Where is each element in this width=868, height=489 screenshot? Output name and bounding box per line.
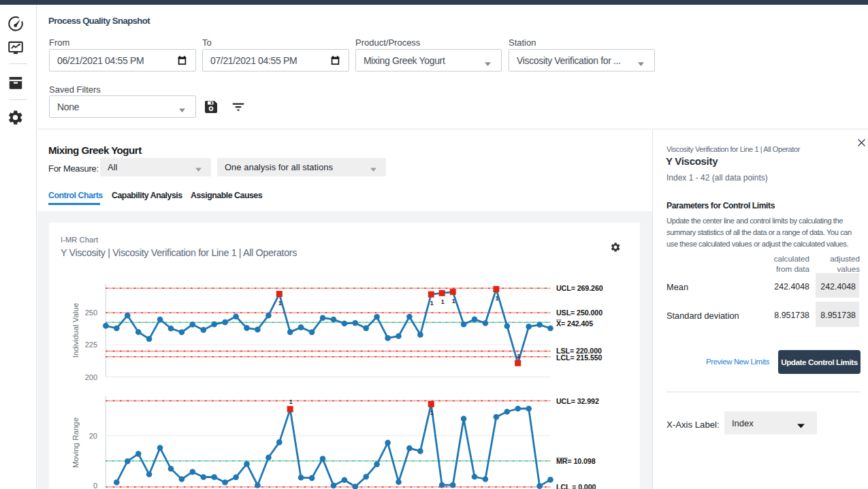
- svg-text:1: 1: [430, 409, 434, 416]
- svg-text:1: 1: [517, 353, 520, 360]
- svg-text:0: 0: [93, 482, 97, 489]
- svg-text:Moving Range: Moving Range: [71, 417, 80, 468]
- svg-text:1: 1: [452, 298, 455, 304]
- svg-text:LCL= 215.550: LCL= 215.550: [556, 353, 602, 362]
- svg-text:UCL= 32.992: UCL= 32.992: [556, 397, 599, 405]
- svg-text:Individual Value: Individual Value: [71, 303, 80, 358]
- svg-text:1: 1: [441, 298, 445, 305]
- svg-text:X= 242.405: X= 242.405: [556, 319, 593, 328]
- svg-text:1: 1: [289, 398, 293, 405]
- svg-text:1: 1: [430, 300, 434, 306]
- svg-text:1: 1: [495, 295, 498, 302]
- svg-text:1: 1: [278, 300, 282, 306]
- svg-text:200: 200: [85, 373, 97, 381]
- svg-text:20: 20: [89, 432, 97, 440]
- svg-text:LCL = 0.000: LCL = 0.000: [556, 483, 596, 489]
- svg-text:225: 225: [85, 341, 97, 349]
- svg-text:USL= 250.000: USL= 250.000: [556, 309, 602, 317]
- svg-text:250: 250: [85, 309, 97, 317]
- svg-text:UCL= 269.260: UCL= 269.260: [556, 284, 603, 292]
